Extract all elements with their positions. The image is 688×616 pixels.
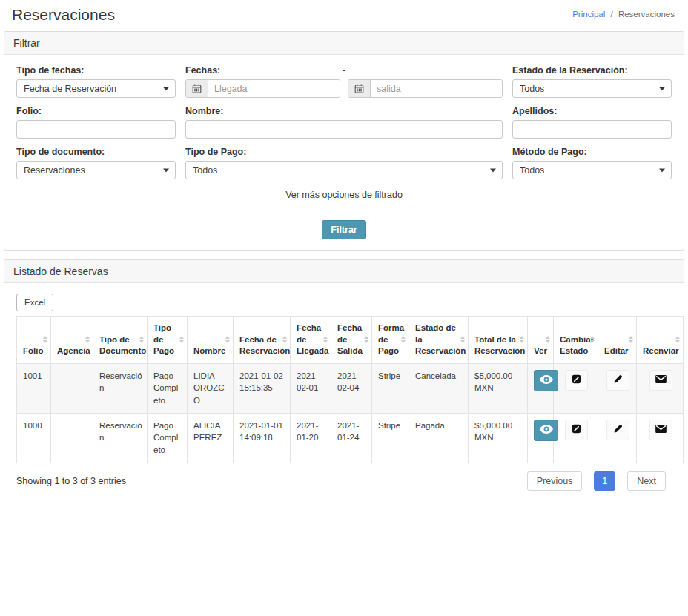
estado-reservacion-label: Estado de la Reservación: [512,65,672,76]
tipo-documento-value: Reservaciones [24,165,85,176]
sort-arrows-icon [401,336,406,343]
cell-nombre: ALICIA PEREZ [188,413,234,463]
table-header-row: Folio Agencia Tipo de Documento Tipo de … [17,317,684,364]
field-nombre: Nombre: [185,106,503,139]
list-panel-title: Listado de Reservas [4,260,684,283]
sort-arrows-icon [520,336,524,343]
filter-panel: Filtrar Tipo de fechas: Fecha de Reserva… [4,31,684,251]
breadcrumb-separator: / [611,10,613,19]
sort-arrows-icon [179,336,184,343]
pagination: Previous 1 Next [527,471,672,491]
page-title: Reservaciones [12,6,115,24]
page-1-button[interactable]: 1 [594,471,615,491]
col-reenviar[interactable]: Reenviar [637,317,684,364]
col-fecha-salida[interactable]: Fecha de Salida [331,317,372,364]
cell-tipo-documento: Reservación [93,413,148,463]
folio-label: Folio: [16,106,176,116]
cell-fecha-salida: 2021-02-04 [331,363,372,413]
edit-button[interactable] [606,370,629,391]
previous-page-button[interactable]: Previous [527,471,583,491]
cell-fecha-salida: 2021-01-24 [331,413,372,463]
col-fecha-reservacion[interactable]: Fecha de Reservación [234,317,291,364]
next-page-button[interactable]: Next [627,471,666,491]
sort-arrows-icon [43,336,47,343]
breadcrumb: Principal / Reservaciones [572,10,676,19]
field-tipo-pago: Tipo de Pago: Todos [185,147,503,179]
pencil-icon [613,424,623,436]
col-total-reservacion[interactable]: Total de la Reservación [469,317,528,364]
nombre-input[interactable] [185,120,503,139]
more-filter-options-link[interactable]: Ver más opciones de filtrado [16,190,672,200]
sort-arrows-icon [460,336,465,343]
pen-square-icon [572,424,581,436]
salida-input[interactable] [371,80,502,97]
edit-button[interactable] [606,420,629,440]
col-agencia[interactable]: Agencia [51,317,93,364]
sort-arrows-icon [85,336,90,343]
envelope-icon [655,374,666,385]
chevron-down-icon [659,168,665,172]
metodo-pago-label: Método de Pago: [512,147,672,157]
tipo-de-fechas-select[interactable]: Fecha de Reservación [16,79,176,98]
excel-export-button[interactable]: Excel [16,294,53,311]
tipo-documento-select[interactable]: Reservaciones [16,161,176,179]
tipo-pago-select[interactable]: Todos [185,161,503,179]
apellidos-label: Apellidos: [512,106,672,116]
apellidos-input[interactable] [512,120,672,139]
change-status-button[interactable] [565,420,588,440]
llegada-input-group [185,79,340,98]
salida-input-group [348,79,503,98]
sort-arrows-icon [546,336,550,343]
col-tipo-pago[interactable]: Tipo de Pago [148,317,188,364]
tipo-pago-label: Tipo de Pago: [185,147,503,157]
cell-folio: 1000 [17,413,51,463]
sort-arrows-icon [675,336,680,343]
reservations-table: Folio Agencia Tipo de Documento Tipo de … [16,316,684,463]
field-folio: Folio: [16,106,176,139]
col-ver[interactable]: Ver [528,317,554,364]
sort-arrows-icon [590,336,595,343]
breadcrumb-current: Reservaciones [618,10,675,19]
col-forma-pago[interactable]: Forma de Pago [372,317,409,364]
tipo-documento-label: Tipo de documento: [16,147,176,157]
resend-button[interactable] [649,370,672,391]
col-nombre[interactable]: Nombre [188,317,234,364]
sort-arrows-icon [139,336,144,343]
cell-estado: Cancelada [409,363,469,413]
llegada-input[interactable] [208,80,340,97]
view-button[interactable] [534,420,558,441]
metodo-pago-value: Todos [520,165,544,176]
calendar-icon [186,80,208,97]
metodo-pago-select[interactable]: Todos [512,161,672,179]
col-fecha-llegada[interactable]: Fecha de Llegada [291,317,331,364]
cell-forma-pago: Stripe [372,413,409,463]
breadcrumb-link-principal[interactable]: Principal [572,10,605,19]
cell-estado: Pagada [409,413,469,463]
view-button[interactable] [534,370,558,391]
filter-panel-body: Tipo de fechas: Fecha de Reservación Fec… [4,55,684,250]
folio-input[interactable] [16,120,176,139]
table-row: 1000 Reservación Pago Completo ALICIA PE… [17,413,684,463]
cell-fecha-reservacion: 2021-01-02 15:15:35 [234,363,291,413]
eye-icon [540,375,553,386]
filtrar-button[interactable]: Filtrar [322,220,366,239]
resend-button[interactable] [649,420,672,440]
change-status-button[interactable] [565,370,588,391]
cell-tipo-pago: Pago Completo [148,363,188,413]
cell-total: $5,000.00 MXN [469,363,528,413]
col-editar[interactable]: Editar [598,317,637,364]
col-cambiar-estado[interactable]: Cambiar Estado [554,317,598,364]
col-tipo-documento[interactable]: Tipo de Documento [93,317,148,364]
cell-total: $5,000.00 MXN [469,413,528,463]
chevron-down-icon [163,168,169,172]
field-metodo-pago: Método de Pago: Todos [512,147,672,179]
field-tipo-documento: Tipo de documento: Reservaciones [16,147,176,179]
estado-reservacion-select[interactable]: Todos [512,79,672,98]
filter-panel-title: Filtrar [4,32,684,55]
col-estado-reservacion[interactable]: Estado de la Reservación [409,317,469,364]
sort-arrows-icon [323,336,328,343]
field-apellidos: Apellidos: [512,106,672,139]
col-folio[interactable]: Folio [17,317,51,364]
table-row: 1001 Reservación Pago Completo LIDIA ORO… [17,363,684,413]
tipo-de-fechas-label: Tipo de fechas: [16,65,176,76]
